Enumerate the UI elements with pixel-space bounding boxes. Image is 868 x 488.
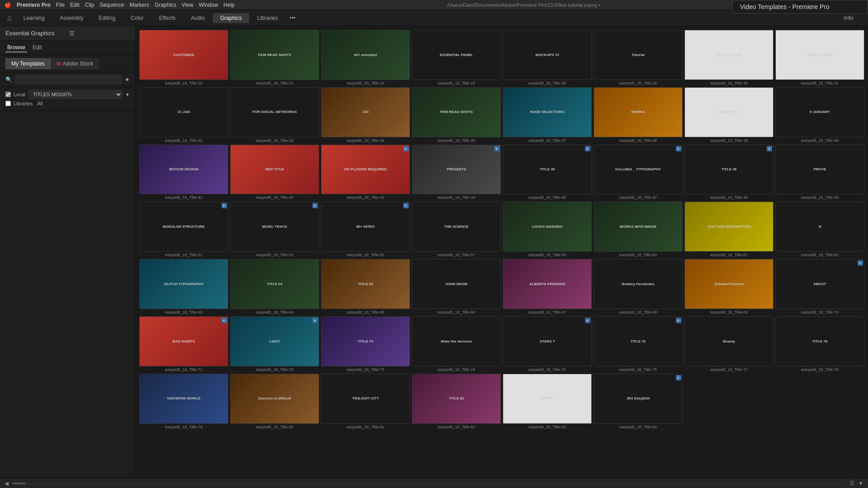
template-item[interactable]: Beautyeasyedit_18_Title-77	[684, 316, 774, 372]
tab-editing[interactable]: Editing	[91, 13, 123, 23]
template-item[interactable]: NO PLUGINS REQUIRED▸easyedit_18_Title-43	[321, 145, 410, 200]
libraries-checkbox[interactable]	[5, 101, 11, 106]
template-label: easyedit_18_Title-45	[503, 195, 592, 200]
template-item[interactable]: WORKS WITH IMAGEeasyedit_18_Title-60	[594, 202, 683, 257]
template-item[interactable]: TITLE 73easyedit_18_Title-73	[321, 316, 410, 372]
template-item[interactable]: STARS 7▸easyedit_18_Title-75	[503, 316, 592, 372]
template-item[interactable]: HUGE SELECTIONSeasyedit_18_Title-37	[503, 87, 592, 143]
template-item[interactable]: TITLE 48▸easyedit_18_Title-48	[684, 145, 774, 200]
template-item[interactable]: WIDE CHOICEeasyedit_18_Title-31	[775, 30, 864, 85]
template-thumb-text: FREE FONT	[717, 108, 741, 116]
template-item[interactable]: FREE FONTeasyedit_18_Title-39	[684, 87, 774, 143]
template-item[interactable]: JOHN SNOWeasyedit_18_Title-66	[412, 259, 501, 314]
template-item[interactable]: THE SCIENCEeasyedit_18_Title-57	[412, 202, 501, 257]
file-path: /Users/Dats/Documents/Adobe/Premiere Pro…	[235, 2, 812, 8]
menu-graphics[interactable]: Graphics	[155, 2, 176, 8]
template-item[interactable]: ALBERTA FREEMANeasyedit_18_Title-67	[503, 259, 592, 314]
menu-clip[interactable]: Clip	[85, 2, 94, 8]
template-item[interactable]: MOCKUPS 70easyedit_18_Title-28	[503, 30, 592, 85]
template-item[interactable]: BAD HABITS▸easyedit_18_Title-71	[139, 316, 228, 372]
template-item[interactable]: LIGHT▸easyedit_18_Title-72	[230, 316, 319, 372]
menu-file[interactable]: File	[56, 2, 65, 8]
menu-edit[interactable]: Edit	[70, 2, 80, 8]
tab-browse[interactable]: Browse	[5, 43, 27, 52]
list-view-icon[interactable]: ☰	[849, 480, 854, 487]
template-thumb-text: Greatest Festival	[712, 280, 745, 288]
search-input[interactable]	[15, 75, 122, 84]
template-item[interactable]: TITLE 45▸easyedit_18_Title-45	[503, 145, 592, 200]
template-item[interactable]: TITLE 65easyedit_18_Title-65	[321, 259, 410, 314]
tab-learning[interactable]: Learning	[16, 13, 52, 23]
template-item[interactable]: 5 JANUARYeasyedit_18_Title-40	[775, 87, 864, 143]
template-thumb-text: PROVE	[811, 165, 828, 174]
template-item[interactable]: FEW READ SHOTSeasyedit_18_Title-22	[230, 30, 319, 85]
template-item[interactable]: FOR SOCIAL NETWORKSeasyedit_18_Title-33	[230, 87, 319, 143]
template-item[interactable]: LOOKS AMAZINGeasyedit_18_Title-59	[503, 202, 592, 257]
template-label: easyedit_18_Title-73	[321, 367, 410, 372]
template-item[interactable]: 21 JANeasyedit_18_Title-32	[139, 87, 228, 143]
template-item[interactable]: WORKSeasyedit_18_Title-38	[594, 87, 683, 143]
tab-graphics[interactable]: Graphics	[213, 13, 249, 23]
tab-effects[interactable]: Effects	[152, 13, 183, 23]
menu-view[interactable]: View	[182, 2, 193, 8]
menu-help[interactable]: Help	[223, 2, 235, 8]
template-item[interactable]: Bradley Hernandezeasyedit_18_Title-68	[594, 259, 683, 314]
template-item[interactable]: SPEAKeasyedit_18_Title-83	[503, 374, 592, 429]
scroll-left-icon[interactable]: ◀	[5, 480, 9, 487]
template-item[interactable]: ESSENTIAL PANELeasyedit_18_Title-25	[412, 30, 501, 85]
menu-markers[interactable]: Markers	[129, 2, 149, 8]
tab-libraries[interactable]: Libraries	[250, 13, 285, 23]
template-item[interactable]: 80+ INTRO▸easyedit_18_Title-55	[321, 202, 410, 257]
template-item[interactable]: 233easyedit_18_Title-34	[321, 87, 410, 143]
template-item[interactable]: Tutorialeasyedit_18_Title-29	[594, 30, 683, 85]
template-item[interactable]: PROVEeasyedit_18_Title-50	[775, 145, 864, 200]
template-item[interactable]: TITLE 64easyedit_18_Title-64	[230, 259, 319, 314]
template-item[interactable]: 2N1 EasyEdit▸easyedit_18_Title-84	[594, 374, 683, 429]
tab-color[interactable]: Color	[123, 13, 151, 23]
app-name[interactable]: Premiere Pro	[17, 2, 51, 8]
folder-select[interactable]: TITLES MOGRTs	[28, 90, 123, 99]
template-item[interactable]: RED TITLEeasyedit_18_Title-42	[230, 145, 319, 200]
template-item[interactable]: GLITCH TYPOGRAPHYeasyedit_18_Title-63	[139, 259, 228, 314]
tab-edit[interactable]: Edit	[31, 43, 44, 52]
template-item[interactable]: TWILIGHT CITYeasyedit_18_Title-81	[321, 374, 410, 429]
template-item[interactable]: PRESENTS▸easyedit_18_Title-44	[412, 145, 501, 200]
template-item[interactable]: QUICK TO USEeasyedit_18_Title-30	[684, 30, 774, 85]
template-item[interactable]: 3/easyedit_18_Title-62	[775, 202, 864, 257]
template-item[interactable]: ABOUT▸easyedit_18_Title-70	[775, 259, 864, 314]
template-item[interactable]: TITLE 78easyedit_18_Title-78	[775, 316, 864, 372]
local-checkbox[interactable]	[5, 92, 11, 97]
template-label: easyedit_18_Title-61	[684, 253, 774, 257]
template-label: easyedit_18_Title-63	[139, 310, 228, 314]
menu-sequence[interactable]: Sequence	[99, 2, 124, 8]
template-item[interactable]: Success is difficulteasyedit_18_Title-80	[230, 374, 319, 429]
template-item[interactable]: TITLE 76▸easyedit_18_Title-76	[594, 316, 683, 372]
template-thumbnail: CUSTOMIZE	[139, 30, 228, 80]
tab-assembly[interactable]: Assembly	[52, 13, 90, 23]
menu-window[interactable]: Window	[199, 2, 218, 8]
template-item[interactable]: IncLudEd _ TYPOGRAPHY▸easyedit_18_Title-…	[594, 145, 683, 200]
template-item[interactable]: MODULAR STRUCTURE▸easyedit_18_Title-51	[139, 202, 228, 257]
sidebar-menu-icon[interactable]: ☰	[69, 30, 130, 37]
template-item[interactable]: CUSTOMIZEeasyedit_18_Title-20	[139, 30, 228, 85]
template-thumbnail: TITLE 48▸	[684, 145, 774, 195]
template-item[interactable]: 60+ animatedeasyedit_18_Title-23	[321, 30, 410, 85]
template-item[interactable]: MOTION DESIGNeasyedit_18_Title-41	[139, 145, 228, 200]
template-item[interactable]: TITLE 82easyedit_18_Title-82	[412, 374, 501, 429]
template-thumbnail: LIGHT▸	[230, 316, 319, 366]
template-item[interactable]: JUST ADD DESCRIPTIONeasyedit_18_Title-61	[684, 202, 774, 257]
sort-icon[interactable]: ▼	[858, 480, 863, 487]
template-item[interactable]: Make the decisioneasyedit_18_Title-74	[412, 316, 501, 372]
nav-more-icon[interactable]: •••	[286, 13, 299, 23]
star-icon[interactable]: ★	[125, 76, 130, 83]
template-item[interactable]: FEW READ SHOTSeasyedit_18_Title-36	[412, 87, 501, 143]
template-item[interactable]: UNIVERSE WORLDeasyedit_18_Title-79	[139, 374, 228, 429]
tab-audio[interactable]: Audio	[184, 13, 212, 23]
subtab-adobe-stock[interactable]: SI Adobe Stock	[51, 58, 99, 69]
template-item[interactable]: Greatest Festivaleasyedit_18_Title-69	[684, 259, 774, 314]
home-icon[interactable]: ⌂	[7, 14, 12, 22]
subtab-my-templates[interactable]: My Templates	[5, 58, 51, 69]
apple-icon[interactable]: 🍎	[5, 2, 11, 8]
template-item[interactable]: MUSIC TRACK▸easyedit_18_Title-52	[230, 202, 319, 257]
template-label: easyedit_18_Title-47	[594, 195, 683, 200]
